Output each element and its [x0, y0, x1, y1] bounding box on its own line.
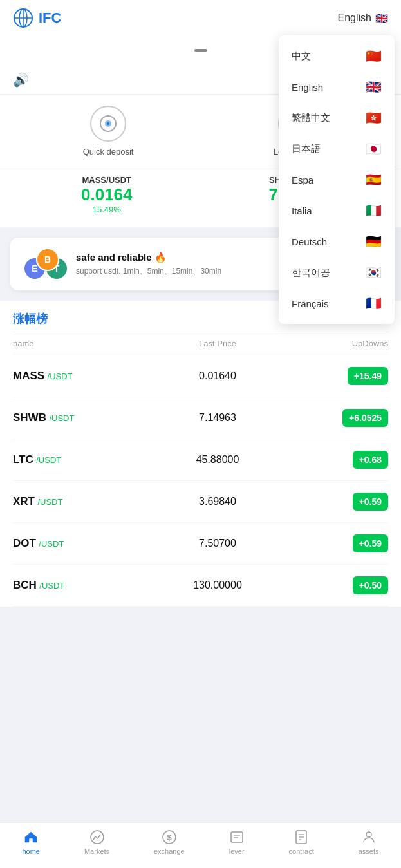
svg-rect-12	[231, 832, 243, 842]
nav-markets-label: Markets	[84, 847, 109, 855]
table-row[interactable]: XRT /USDT 3.69840 +0.59	[13, 481, 388, 523]
price-change-0: 15.49%	[81, 205, 133, 214]
coin-pair-1: /USDT	[49, 413, 74, 423]
row-price-0: 0.01640	[149, 370, 286, 382]
nav-contract[interactable]: contract	[289, 829, 314, 855]
coin-pair-3: /USDT	[37, 497, 62, 507]
lang-flag-6: 🇩🇪	[366, 234, 382, 249]
coin-symbol-0: MASS	[13, 370, 44, 382]
row-name-4: DOT /USDT	[13, 537, 149, 550]
market-section: 涨幅榜 name Last Price UpDowns MASS /USDT 0…	[0, 301, 401, 607]
th-last-price: Last Price	[149, 339, 286, 348]
svg-point-6	[107, 122, 109, 125]
nav-lever[interactable]: lever	[229, 829, 245, 855]
quick-deposit-action[interactable]: Quick deposit	[83, 106, 134, 156]
lang-option-french[interactable]: Français 🇫🇷	[279, 288, 395, 319]
lang-option-label-2: 繁體中文	[292, 112, 330, 124]
row-change-0: +15.49	[286, 367, 388, 385]
nav-exchange-label: exchange	[154, 847, 185, 855]
change-badge-1: +6.0525	[342, 409, 388, 427]
svg-text:$: $	[167, 833, 172, 842]
coin-symbol-3: XRT	[13, 495, 35, 507]
nav-home-label: home	[22, 847, 40, 855]
row-change-1: +6.0525	[286, 409, 388, 427]
lang-option-label-5: Italia	[292, 205, 312, 216]
exchange-icon: $	[162, 829, 177, 845]
language-dropdown: 中文 🇨🇳 English 🇬🇧 繁體中文 🇭🇰 日本語 🇯🇵 Espa 🇪🇸 …	[279, 35, 395, 324]
lang-option-label-4: Espa	[292, 175, 313, 185]
lang-option-label-7: 한국어공	[292, 267, 330, 279]
quick-deposit-icon-circle	[90, 106, 126, 142]
lang-flag-5: 🇮🇹	[366, 203, 382, 218]
row-change-2: +0.68	[286, 451, 388, 469]
lang-flag-2: 🇭🇰	[366, 110, 382, 126]
home-icon	[23, 829, 39, 845]
price-value-0: 0.0164	[81, 185, 133, 205]
svg-point-9	[91, 831, 104, 844]
lever-icon	[229, 829, 245, 845]
assets-icon	[361, 829, 377, 845]
row-change-5: +0.50	[286, 576, 388, 594]
coin-symbol-5: BCH	[13, 579, 37, 591]
table-row[interactable]: LTC /USDT 45.88000 +0.68	[13, 439, 388, 481]
coin-pair-5: /USDT	[39, 581, 64, 590]
table-row[interactable]: BCH /USDT 130.00000 +0.50	[13, 565, 388, 607]
lang-option-chinese[interactable]: 中文 🇨🇳	[279, 41, 395, 71]
language-selector[interactable]: English 🇬🇧	[338, 12, 388, 24]
svg-point-19	[366, 832, 371, 837]
table-row[interactable]: MASS /USDT 0.01640 +15.49	[13, 355, 388, 397]
lang-label: English	[338, 12, 371, 24]
contract-icon	[294, 829, 309, 845]
lang-option-english[interactable]: English 🇬🇧	[279, 71, 395, 102]
coin-symbol-4: DOT	[13, 537, 36, 549]
lang-option-japanese[interactable]: 日本語 🇯🇵	[279, 133, 395, 164]
coin-pair-2: /USDT	[36, 455, 61, 465]
change-badge-4: +0.59	[353, 534, 388, 552]
nav-markets[interactable]: Markets	[84, 829, 109, 855]
btc-icon: B	[36, 248, 59, 271]
row-name-2: LTC /USDT	[13, 453, 149, 466]
lang-option-korean[interactable]: 한국어공 🇰🇷	[279, 257, 395, 288]
bottom-nav: home Markets $ exchange lever contract	[0, 822, 401, 868]
row-price-3: 3.69840	[149, 496, 286, 507]
table-row[interactable]: DOT /USDT 7.50700 +0.59	[13, 523, 388, 565]
row-price-1: 7.14963	[149, 412, 286, 424]
deposit-icon	[99, 115, 117, 133]
change-badge-0: +15.49	[348, 367, 388, 385]
lang-flag-0: 🇨🇳	[366, 48, 382, 64]
lang-option-german[interactable]: Deutsch 🇩🇪	[279, 226, 395, 257]
nav-exchange[interactable]: $ exchange	[154, 829, 185, 855]
lang-option-label-3: 日本語	[292, 143, 321, 155]
nav-home[interactable]: home	[22, 829, 40, 855]
table-row[interactable]: SHWB /USDT 7.14963 +6.0525	[13, 397, 388, 439]
row-price-4: 7.50700	[149, 538, 286, 549]
nav-assets[interactable]: assets	[359, 829, 379, 855]
row-change-3: +0.59	[286, 493, 388, 511]
lang-option-italian[interactable]: Italia 🇮🇹	[279, 195, 395, 226]
crypto-icons: B E T	[23, 248, 68, 280]
logo-area: IFC	[13, 8, 61, 28]
lang-option-label-0: 中文	[292, 50, 311, 62]
lang-option-spanish[interactable]: Espa 🇪🇸	[279, 164, 395, 195]
coin-pair-4: /USDT	[39, 539, 64, 549]
change-badge-3: +0.59	[353, 493, 388, 511]
row-name-5: BCH /USDT	[13, 579, 149, 592]
coin-pair-0: /USDT	[48, 372, 73, 381]
volume-icon[interactable]: 🔊	[13, 73, 29, 87]
nav-assets-label: assets	[359, 847, 379, 855]
logo-label: IFC	[39, 10, 61, 26]
lang-option-traditional-chinese[interactable]: 繁體中文 🇭🇰	[279, 102, 395, 133]
lang-option-label-8: Français	[292, 298, 329, 309]
row-price-2: 45.88000	[149, 454, 286, 466]
row-price-5: 130.00000	[149, 580, 286, 591]
price-card-mass[interactable]: MASS/USDT 0.0164 15.49%	[81, 175, 133, 214]
lang-flag: 🇬🇧	[375, 12, 388, 24]
header: IFC English 🇬🇧	[0, 0, 401, 36]
th-updowns: UpDowns	[286, 339, 388, 348]
market-title: 涨幅榜	[13, 312, 48, 325]
lang-flag-7: 🇰🇷	[366, 265, 382, 280]
lang-option-label-6: Deutsch	[292, 236, 327, 247]
lang-flag-1: 🇬🇧	[366, 79, 382, 95]
lang-option-label-1: English	[292, 82, 323, 93]
table-header: name Last Price UpDowns	[13, 332, 388, 355]
